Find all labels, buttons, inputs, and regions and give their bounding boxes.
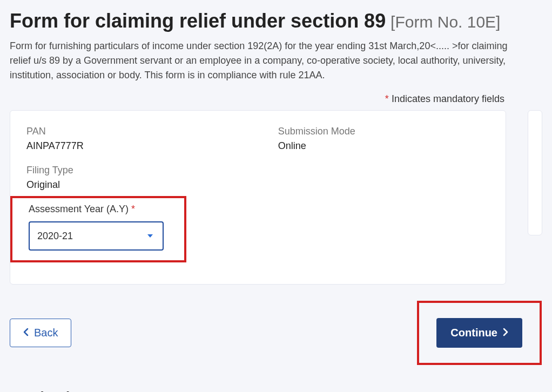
mandatory-text: Indicates mandatory fields [392, 93, 504, 104]
mandatory-fields-note: * Indicates mandatory fields [10, 93, 542, 105]
assessment-year-select[interactable]: 2020-21 [29, 221, 164, 251]
highlight-continue: Continue [417, 301, 542, 365]
page-title: Form for claiming relief under section 8… [10, 10, 386, 32]
form-card: PAN AINPA7777R Submission Mode Online Fi… [10, 110, 506, 285]
asterisk-icon: * [385, 93, 389, 104]
pan-value: AINPA7777R [26, 140, 84, 152]
chevron-left-icon [23, 327, 29, 339]
assessment-year-label: Assessment Year (A.Y) * [19, 204, 178, 215]
submission-mode-label: Submission Mode [278, 126, 355, 137]
pan-label: PAN [26, 126, 84, 137]
submission-mode-value: Online [278, 140, 355, 152]
need-help-heading: Need Help? [10, 389, 542, 392]
side-panel [528, 110, 542, 235]
form-number-label: [Form No. 10E] [391, 13, 500, 31]
chevron-down-icon [147, 234, 153, 238]
continue-button[interactable]: Continue [436, 318, 522, 348]
chevron-right-icon [503, 327, 508, 339]
back-button[interactable]: Back [10, 319, 71, 347]
assessment-year-value: 2020-21 [37, 231, 73, 242]
continue-label: Continue [450, 327, 497, 339]
asterisk-icon: * [131, 204, 135, 214]
back-label: Back [34, 327, 58, 339]
filing-type-value: Original [26, 179, 489, 191]
form-description: Form for furnishing particulars of incom… [10, 39, 528, 83]
filing-type-label: Filing Type [26, 165, 489, 176]
highlight-assessment-year: Assessment Year (A.Y) * 2020-21 [10, 196, 186, 262]
